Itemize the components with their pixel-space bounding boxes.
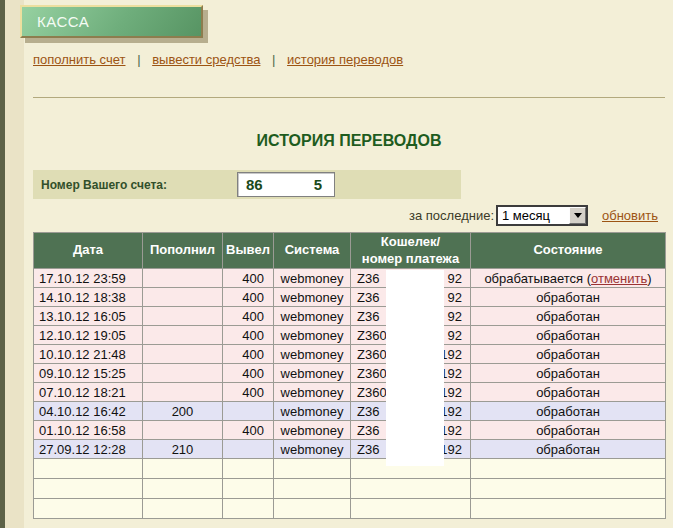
period-select[interactable]: 1 месяц	[496, 205, 588, 226]
cell-system: webmoney	[274, 288, 351, 307]
nav-link-history[interactable]: история переводов	[287, 52, 403, 67]
cell-system: webmoney	[274, 421, 351, 440]
account-number-label: Номер Вашего счета:	[33, 178, 167, 192]
cell-system: webmoney	[274, 402, 351, 421]
cell-withdrew: 400	[223, 269, 274, 288]
table-row: 17.10.12 23:59 400 webmoney Z3692 обраба…	[34, 269, 666, 288]
kassa-title: КАССА	[37, 13, 89, 30]
cell-date: 04.10.12 16:42	[34, 402, 143, 421]
cell-withdrew: 400	[223, 421, 274, 440]
cell-withdrew: 400	[223, 288, 274, 307]
col-header-withdrew: Вывел	[223, 233, 274, 269]
cell-system: webmoney	[274, 345, 351, 364]
col-header-wallet: Кошелек/ номер платежа	[351, 233, 471, 269]
wallet-prefix: Z360	[357, 366, 387, 381]
account-number-input[interactable]: 86 5	[237, 172, 335, 197]
account-number-visible-suffix: 5	[314, 176, 322, 193]
table-row: 14.10.12 18:38 400 webmoney Z3692 обрабо…	[34, 288, 666, 307]
wallet-prefix: Z36	[357, 271, 379, 286]
cell-withdrew: 400	[223, 364, 274, 383]
cell-system: webmoney	[274, 307, 351, 326]
account-number-visible-prefix: 86	[246, 176, 263, 193]
cell-status: обработан	[471, 288, 666, 307]
cell-date: 14.10.12 18:38	[34, 288, 143, 307]
left-margin-band	[5, 0, 24, 528]
col-header-deposited: Пополнил	[143, 233, 223, 269]
table-row-empty	[34, 479, 666, 499]
table-row-empty	[34, 459, 666, 479]
cell-status: обработан	[471, 421, 666, 440]
table-row: 01.10.12 16:58 400 webmoney Z36192 обраб…	[34, 421, 666, 440]
cell-system: webmoney	[274, 364, 351, 383]
wallet-prefix: Z360	[357, 328, 387, 343]
wallet-suffix: 92	[448, 309, 462, 324]
cell-status: обработан	[471, 383, 666, 402]
table-row: 04.10.12 16:42 200 webmoney Z365192 обра…	[34, 402, 666, 421]
cell-date: 13.10.12 16:05	[34, 307, 143, 326]
cell-system: webmoney	[274, 269, 351, 288]
col-header-date: Дата	[34, 233, 143, 269]
wallet-prefix: Z360	[357, 347, 387, 362]
cell-status: обработан	[471, 326, 666, 345]
wallet-suffix: 92	[448, 290, 462, 305]
cell-date: 12.10.12 19:05	[34, 326, 143, 345]
cell-system: webmoney	[274, 383, 351, 402]
cell-withdrew: 400	[223, 307, 274, 326]
transfer-history-table: Дата Пополнил Вывел Система Кошелек/ ном…	[33, 232, 666, 519]
cell-date: 17.10.12 23:59	[34, 269, 143, 288]
divider-line	[33, 97, 665, 98]
cell-deposited	[143, 345, 223, 364]
cell-withdrew: 400	[223, 383, 274, 402]
cell-withdrew: 400	[223, 345, 274, 364]
account-number-band: Номер Вашего счета: 86 5	[33, 170, 461, 199]
wallet-prefix: Z36	[357, 309, 379, 324]
table-row: 13.10.12 16:05 400 webmoney Z3692 обрабо…	[34, 307, 666, 326]
refresh-link[interactable]: обновить	[602, 208, 658, 223]
wallet-prefix: Z36	[357, 442, 379, 457]
col-header-status: Состояние	[471, 233, 666, 269]
wallet-prefix: Z36	[357, 404, 379, 419]
nav-link-withdraw[interactable]: вывести средства	[152, 52, 260, 67]
status-paren-close: )	[647, 271, 651, 286]
cell-deposited	[143, 364, 223, 383]
cell-date: 10.10.12 21:48	[34, 345, 143, 364]
cell-status: обрабатывается (отменить)	[471, 269, 666, 288]
kassa-header-banner: КАССА	[20, 5, 203, 38]
period-select-value: 1 месяц	[498, 208, 569, 223]
table-row: 09.10.12 15:25 400 webmoney Z3605192 обр…	[34, 364, 666, 383]
period-filter-label: за последние:	[409, 208, 494, 223]
table-row: 07.10.12 18:21 400 webmoney Z3605192 обр…	[34, 383, 666, 402]
cell-status: обработан	[471, 345, 666, 364]
cancel-link[interactable]: отменить	[591, 271, 647, 286]
chevron-down-icon[interactable]	[569, 207, 586, 224]
cell-withdrew: 400	[223, 326, 274, 345]
page-title: ИСТОРИЯ ПЕРЕВОДОВ	[33, 132, 665, 150]
col-header-system: Система	[274, 233, 351, 269]
cell-date: 01.10.12 16:58	[34, 421, 143, 440]
wallet-prefix: Z36	[357, 423, 379, 438]
period-filter-row: за последние: 1 месяц обновить	[33, 204, 658, 226]
cell-status: обработан	[471, 364, 666, 383]
wallet-suffix: 92	[448, 328, 462, 343]
cell-deposited	[143, 288, 223, 307]
cell-deposited	[143, 383, 223, 402]
cell-withdrew	[223, 440, 274, 459]
cell-date: 07.10.12 18:21	[34, 383, 143, 402]
table-header-row: Дата Пополнил Вывел Система Кошелек/ ном…	[34, 233, 666, 269]
cell-status: обработан	[471, 307, 666, 326]
redaction-overlay	[386, 270, 444, 466]
cell-deposited	[143, 307, 223, 326]
table-row-empty	[34, 499, 666, 519]
nav-link-topup[interactable]: пополнить счет	[33, 52, 126, 67]
cell-date: 09.10.12 15:25	[34, 364, 143, 383]
cell-date: 27.09.12 12:28	[34, 440, 143, 459]
cell-deposited	[143, 421, 223, 440]
wallet-prefix: Z360	[357, 385, 387, 400]
table-row: 12.10.12 19:05 400 webmoney Z36092 обраб…	[34, 326, 666, 345]
cell-deposited	[143, 326, 223, 345]
cell-system: webmoney	[274, 326, 351, 345]
table-row: 10.10.12 21:48 400 webmoney Z360192 обра…	[34, 345, 666, 364]
table-row: 27.09.12 12:28 210 webmoney Z36192 обраб…	[34, 440, 666, 459]
wallet-suffix: 92	[448, 271, 462, 286]
cell-deposited	[143, 269, 223, 288]
